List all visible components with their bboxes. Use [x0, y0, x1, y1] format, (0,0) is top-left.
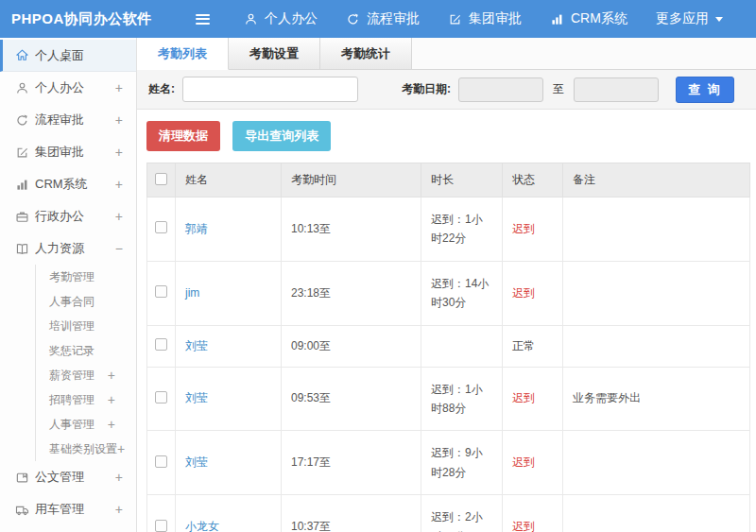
expander-icon[interactable]: +: [115, 81, 123, 94]
tab-label: 考勤设置: [249, 46, 299, 60]
tab[interactable]: 考勤统计: [320, 38, 412, 69]
duration-cell: 迟到：1小时22分: [421, 197, 503, 262]
expander-icon[interactable]: +: [115, 146, 123, 159]
sidebar-item[interactable]: 培训管理: [35, 314, 136, 338]
remark-cell: 业务需要外出: [563, 367, 750, 431]
sidebar-item[interactable]: 公文管理 +: [0, 461, 136, 493]
expander-icon[interactable]: +: [115, 178, 123, 191]
sidebar-item[interactable]: 人事合同: [35, 289, 136, 314]
top-menu-item[interactable]: CRM系统: [550, 10, 627, 27]
sidebar-item[interactable]: 个人桌面: [0, 40, 136, 72]
sidebar-item[interactable]: 薪资管理 +: [35, 363, 136, 387]
sidebar-item[interactable]: CRM系统 +: [0, 168, 136, 200]
sidebar-item-label: 公文管理: [35, 469, 84, 486]
employee-name-link[interactable]: jim: [185, 286, 199, 300]
employee-name-link[interactable]: 小龙女: [185, 520, 219, 532]
menu-item-label: 个人办公: [265, 10, 318, 27]
name-label: 姓名:: [148, 81, 175, 97]
top-menu-item[interactable]: 更多应用: [656, 10, 723, 27]
select-all-checkbox[interactable]: [155, 173, 167, 185]
employee-name-link[interactable]: 郭靖: [185, 222, 208, 235]
row-checkbox[interactable]: [155, 285, 167, 298]
search-bar: 姓名: 考勤日期: 至 查 询: [137, 70, 756, 110]
sidebar-item[interactable]: 人事管理 +: [35, 412, 136, 437]
duration-cell: 迟到：2小时62分: [421, 495, 503, 532]
duration-cell: 迟到：1小时88分: [421, 367, 503, 431]
truck-icon: [15, 503, 35, 517]
column-header-time: 考勤时间: [282, 163, 421, 197]
employee-name-link[interactable]: 刘莹: [185, 391, 208, 404]
remark-cell: [563, 261, 750, 325]
user-icon: [15, 81, 35, 95]
sidebar-item[interactable]: 个人办公 +: [0, 72, 136, 104]
sidebar-item[interactable]: 奖惩记录: [35, 338, 136, 363]
remark-cell: [563, 495, 750, 532]
column-header-remark: 备注: [563, 163, 750, 197]
attendance-time-cell: 09:00至: [282, 325, 421, 367]
column-header-status: 状态: [503, 163, 563, 197]
row-checkbox[interactable]: [155, 455, 167, 468]
sidebar-item[interactable]: 行政办公 +: [0, 200, 136, 232]
clean-data-button[interactable]: 清理数据: [146, 121, 220, 151]
main-content: 考勤列表 考勤设置 考勤统计 姓名: 考勤日期: 至: [137, 38, 756, 532]
tab[interactable]: 考勤设置: [229, 38, 320, 69]
employee-name-link[interactable]: 刘莹: [185, 339, 208, 352]
name-input[interactable]: [182, 77, 358, 102]
row-checkbox[interactable]: [155, 338, 167, 351]
column-header-duration: 时长: [421, 163, 503, 197]
expander-icon[interactable]: +: [115, 471, 123, 484]
doc-icon: [15, 471, 35, 485]
status-text: 迟到: [512, 520, 535, 532]
tab-label: 考勤列表: [158, 46, 207, 60]
expander-icon[interactable]: +: [115, 210, 123, 223]
table-body: 郭靖 10:13至 迟到：1小时22分 迟到 jim 23:18至 迟到：14小…: [147, 197, 750, 532]
date-from-input[interactable]: [458, 77, 543, 102]
row-checkbox[interactable]: [155, 221, 167, 233]
table-row: jim 23:18至 迟到：14小时30分 迟到: [147, 261, 750, 325]
row-checkbox[interactable]: [155, 520, 167, 532]
expander-icon[interactable]: −: [115, 242, 123, 255]
expander-icon[interactable]: +: [115, 503, 123, 516]
sidebar-item[interactable]: 考勤管理: [35, 265, 136, 289]
query-button[interactable]: 查 询: [676, 77, 734, 103]
chart-icon: [550, 12, 564, 26]
employee-name-link[interactable]: 刘莹: [185, 455, 208, 469]
sidebar-item-label: 考勤管理: [49, 269, 94, 285]
sidebar-item-label: 集团审批: [35, 144, 84, 161]
chart-icon: [15, 178, 35, 192]
sidebar-item-label: 培训管理: [49, 318, 94, 335]
action-toolbar: 清理数据 导出查询列表: [137, 110, 756, 161]
flow-icon: [346, 12, 360, 26]
sidebar-item[interactable]: 人力资源 −: [0, 232, 136, 265]
export-list-button[interactable]: 导出查询列表: [232, 121, 331, 151]
sidebar-item[interactable]: 集团审批 +: [0, 136, 136, 168]
row-checkbox[interactable]: [155, 391, 167, 403]
to-label: 至: [553, 81, 564, 97]
expander-icon[interactable]: +: [117, 442, 125, 455]
top-menu-item[interactable]: 个人办公: [244, 10, 318, 27]
top-menu-item[interactable]: 流程审批: [346, 10, 420, 27]
sidebar-item-label: 薪资管理: [49, 368, 94, 384]
status-text: 迟到: [512, 455, 535, 469]
date-to-input[interactable]: [574, 77, 659, 102]
top-menu-item[interactable]: 集团审批: [448, 10, 522, 27]
attendance-time-cell: 23:18至: [282, 261, 421, 325]
tab[interactable]: 考勤列表: [137, 38, 229, 70]
menu-toggle-icon[interactable]: [194, 8, 212, 30]
expander-icon[interactable]: +: [115, 113, 123, 127]
tab-label: 考勤统计: [341, 46, 390, 60]
duration-cell: 迟到：9小时28分: [421, 431, 503, 495]
expander-icon[interactable]: +: [108, 369, 115, 382]
duration-cell: [421, 325, 503, 367]
expander-icon[interactable]: +: [108, 418, 115, 431]
sidebar-item[interactable]: 基础类别设置 +: [35, 437, 136, 461]
remark-cell: [563, 431, 750, 495]
expander-icon[interactable]: +: [108, 393, 115, 406]
sidebar-item[interactable]: 流程审批 +: [0, 104, 136, 136]
attendance-time-cell: 10:13至: [282, 197, 421, 262]
table-row: 刘莹 17:17至 迟到：9小时28分 迟到: [147, 431, 750, 495]
sidebar-item[interactable]: 用车管理 +: [0, 493, 136, 525]
sidebar-item[interactable]: 招聘管理 +: [35, 387, 136, 412]
home-icon: [15, 48, 35, 62]
body-container: 个人桌面 个人办公 + 流程审批 + 集团审批: [0, 38, 756, 532]
